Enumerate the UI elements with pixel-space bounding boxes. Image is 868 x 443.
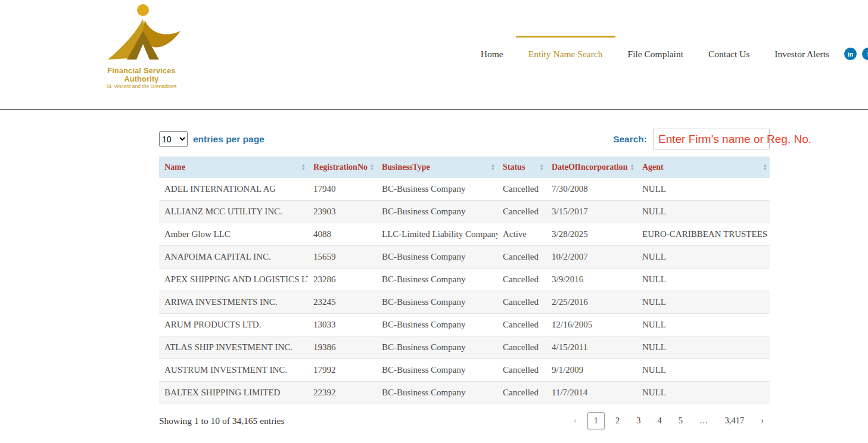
table-header-row: Name▲▼RegistrationNo▲▼BusinessType▲▼Stat…	[159, 157, 770, 178]
page-size-select[interactable]: 10	[159, 131, 188, 147]
sort-arrows-icon: ▲▼	[540, 164, 544, 171]
table-cell: Cancelled	[497, 359, 546, 382]
table-row: AUSTRUM INVESTMENT INC.17992BC-Business …	[159, 359, 770, 382]
table-cell: BC-Business Company	[377, 246, 497, 269]
table-cell: LLC-Limited Liability Company	[377, 223, 497, 246]
table-cell: ADEL INTERNATIONAL AG	[159, 178, 308, 201]
table-cell: Cancelled	[497, 269, 546, 291]
table-cell: 11/7/2014	[546, 382, 637, 404]
linkedin-icon[interactable]: in	[844, 48, 857, 60]
table-cell: NULL	[637, 291, 770, 314]
nav-item-entity-name-search[interactable]: Entity Name Search	[516, 36, 615, 67]
sort-arrows-icon: ▲▼	[630, 164, 634, 171]
table-row: APEX SHIPPING AND LOGISTICS LTD.23286BC-…	[159, 269, 770, 291]
page-5[interactable]: 5	[673, 413, 689, 429]
page-4[interactable]: 4	[652, 413, 668, 429]
table-cell: 23245	[308, 291, 377, 314]
nav-item-investor-alerts[interactable]: Investor Alerts	[762, 36, 842, 67]
table-cell: Amber Glow LLC	[159, 223, 308, 246]
table-cell: Cancelled	[497, 291, 546, 314]
pagination: ‹12345…3,417›	[568, 412, 770, 429]
prev-page[interactable]: ‹	[568, 413, 583, 429]
page-2[interactable]: 2	[609, 413, 626, 429]
column-label: Agent	[642, 163, 664, 171]
main-content: 10 entries per page Search: Enter Firm's…	[159, 129, 770, 429]
table-cell: ANAPOIMA CAPITAL INC.	[159, 246, 308, 269]
column-label: DateOfIncorporation	[552, 163, 628, 171]
search-input[interactable]	[653, 129, 770, 149]
table-body: ADEL INTERNATIONAL AG17940BC-Business Co…	[159, 178, 770, 404]
table-row: Amber Glow LLC4088LLC-Limited Liability …	[159, 223, 770, 246]
column-header-registrationno[interactable]: RegistrationNo▲▼	[308, 157, 377, 178]
table-cell: 17940	[308, 178, 377, 201]
column-header-businesstype[interactable]: BusinessType▲▼	[377, 157, 497, 178]
table-cell: 4088	[308, 223, 377, 246]
column-header-agent[interactable]: Agent▲▼	[637, 157, 770, 178]
table-cell: NULL	[637, 359, 770, 382]
table-cell: 15659	[308, 246, 377, 269]
table-cell: AUSTRUM INVESTMENT INC.	[159, 359, 308, 382]
table-row: ARIWA INVESTMENTS INC.23245BC-Business C…	[159, 291, 770, 314]
column-label: RegistrationNo	[313, 163, 368, 171]
fsa-logo-icon	[97, 55, 186, 65]
table-cell: 23286	[308, 269, 377, 291]
column-header-name[interactable]: Name▲▼	[159, 157, 308, 178]
table-cell: 9/1/2009	[546, 359, 637, 382]
table-cell: BC-Business Company	[377, 178, 497, 201]
table-row: ARUM PRODUCTS LTD.13033BC-Business Compa…	[159, 314, 770, 336]
column-label: Status	[503, 163, 525, 171]
social-icons: inf	[844, 48, 868, 60]
nav-item-file-complaint[interactable]: File Complaint	[615, 36, 696, 67]
table-cell: NULL	[637, 336, 770, 359]
column-header-status[interactable]: Status▲▼	[497, 157, 546, 178]
search-box: Enter Firm's name or Reg. No.	[653, 129, 770, 149]
site-header: Financial Services Authority St. Vincent…	[0, 0, 868, 110]
table-footer: Showing 1 to 10 of 34,165 entries ‹12345…	[159, 412, 770, 429]
page-1[interactable]: 1	[587, 412, 605, 429]
table-cell: Cancelled	[497, 336, 546, 359]
table-cell: NULL	[637, 269, 770, 291]
page-3[interactable]: 3	[630, 413, 646, 429]
nav-item-home[interactable]: Home	[468, 36, 516, 67]
table-cell: NULL	[637, 201, 770, 223]
table-row: ATLAS SHIP INVESTMENT INC.19386BC-Busine…	[159, 336, 770, 359]
table-cell: BC-Business Company	[377, 314, 497, 336]
column-header-dateofincorporation[interactable]: DateOfIncorporation▲▼	[546, 157, 637, 178]
table-cell: 12/16/2005	[546, 314, 637, 336]
table-cell: 4/15/2011	[546, 336, 637, 359]
logo[interactable]: Financial Services Authority St. Vincent…	[89, 4, 194, 89]
table-cell: ARUM PRODUCTS LTD.	[159, 314, 308, 336]
table-cell: BALTEX SHIPPING LIMITED	[159, 382, 308, 404]
page-size-control: 10 entries per page	[159, 131, 265, 147]
logo-title: Financial Services Authority	[89, 67, 194, 83]
table-cell: BC-Business Company	[377, 201, 497, 223]
table-cell: 3/28/2025	[546, 223, 637, 246]
table-cell: NULL	[637, 246, 770, 269]
table-row: ALLIANZ MCC UTILITY INC.23903BC-Business…	[159, 201, 770, 223]
table-cell: BC-Business Company	[377, 291, 497, 314]
sort-arrows-icon: ▲▼	[491, 164, 495, 171]
ellipsis: …	[693, 413, 714, 429]
facebook-icon[interactable]: f	[862, 48, 868, 60]
table-cell: Cancelled	[497, 178, 546, 201]
table-cell: 22392	[308, 382, 377, 404]
table-cell: 7/30/2008	[546, 178, 637, 201]
next-page[interactable]: ›	[755, 413, 770, 429]
table-row: BALTEX SHIPPING LIMITED22392BC-Business …	[159, 382, 770, 404]
table-cell: BC-Business Company	[377, 382, 497, 404]
column-label: BusinessType	[382, 163, 430, 171]
sort-arrows-icon: ▲▼	[370, 164, 374, 171]
table-cell: BC-Business Company	[377, 269, 497, 291]
table-cell: NULL	[637, 382, 770, 404]
table-controls: 10 entries per page Search: Enter Firm's…	[159, 129, 770, 149]
table-cell: 19386	[308, 336, 377, 359]
page-3417[interactable]: 3,417	[719, 413, 751, 429]
nav-item-contact-us[interactable]: Contact Us	[696, 36, 762, 67]
table-cell: 17992	[308, 359, 377, 382]
table-cell: BC-Business Company	[377, 336, 497, 359]
table-cell: Cancelled	[497, 246, 546, 269]
table-cell: APEX SHIPPING AND LOGISTICS LTD.	[159, 269, 308, 291]
sort-arrows-icon: ▲▼	[763, 164, 767, 171]
entities-table: Name▲▼RegistrationNo▲▼BusinessType▲▼Stat…	[159, 157, 770, 404]
showing-entries-text: Showing 1 to 10 of 34,165 entries	[159, 416, 285, 426]
